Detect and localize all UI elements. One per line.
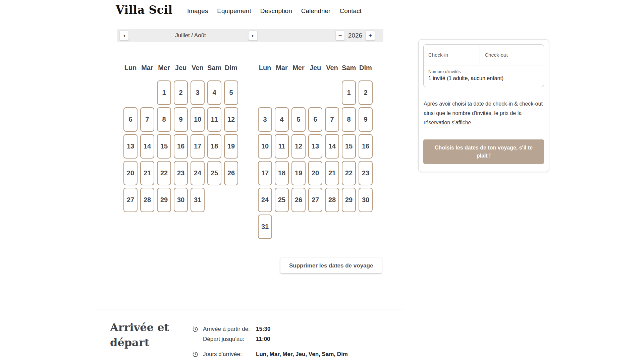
calendar-day[interactable]: 20 bbox=[308, 161, 322, 185]
calendar-day[interactable]: 13 bbox=[308, 134, 322, 159]
calendar-day[interactable]: 19 bbox=[224, 134, 238, 159]
calendar-day[interactable]: 12 bbox=[291, 134, 306, 159]
calendar-day[interactable]: 10 bbox=[258, 134, 272, 159]
calendar-day[interactable]: 10 bbox=[191, 107, 205, 132]
calendar-day[interactable]: 27 bbox=[123, 188, 138, 212]
calendar-day[interactable]: 17 bbox=[191, 134, 205, 159]
calendar-day[interactable]: 9 bbox=[174, 107, 188, 132]
calendar-day[interactable]: 12 bbox=[224, 107, 238, 132]
section-divider bbox=[96, 309, 403, 309]
calendar-day[interactable]: 2 bbox=[174, 80, 188, 105]
calendar-day[interactable]: 7 bbox=[140, 107, 154, 132]
year-decrement-button[interactable]: − bbox=[335, 31, 345, 41]
calendar-day[interactable]: 23 bbox=[174, 161, 188, 185]
checkout-placeholder: Check-out bbox=[485, 52, 507, 58]
main-nav: Images Équipement Description Calendrier… bbox=[187, 0, 362, 22]
booking-panel: Check-in Check-out Nombre d'invités 1 in… bbox=[418, 39, 549, 172]
site-logo[interactable]: Villa Scil bbox=[116, 3, 173, 16]
calendar-day[interactable]: 4 bbox=[207, 80, 221, 105]
calendar-day[interactable]: 30 bbox=[359, 188, 373, 212]
calendar-day[interactable]: 8 bbox=[157, 107, 171, 132]
calendar-day[interactable]: 4 bbox=[275, 107, 289, 132]
calendar-day[interactable]: 21 bbox=[325, 161, 339, 185]
calendar-day[interactable]: 29 bbox=[157, 188, 171, 212]
checkin-field[interactable]: Check-in bbox=[424, 45, 480, 65]
nav-description[interactable]: Description bbox=[260, 7, 292, 15]
calendar-day[interactable]: 15 bbox=[342, 134, 356, 159]
calendar-day[interactable]: 31 bbox=[258, 215, 272, 239]
clear-dates-button[interactable]: Supprimer les dates de voyage bbox=[280, 258, 382, 273]
day-of-week-header: Mar bbox=[140, 64, 154, 72]
calendar-day[interactable]: 6 bbox=[308, 107, 322, 132]
calendar-day[interactable]: 31 bbox=[191, 188, 205, 212]
nav-equipement[interactable]: Équipement bbox=[217, 7, 251, 15]
nav-contact[interactable]: Contact bbox=[339, 7, 361, 15]
calendar-day[interactable]: 25 bbox=[275, 188, 289, 212]
calendar-day[interactable]: 9 bbox=[359, 107, 373, 132]
day-of-week-header: Jeu bbox=[308, 64, 322, 72]
calendar-day[interactable]: 28 bbox=[140, 188, 154, 212]
checkout-field[interactable]: Check-out bbox=[480, 45, 544, 65]
calendar-day[interactable]: 21 bbox=[140, 161, 154, 185]
calendar-day[interactable]: 3 bbox=[258, 107, 272, 132]
arrival-time-label: Arrivée à partir de: bbox=[203, 324, 256, 334]
calendar-day[interactable]: 15 bbox=[157, 134, 171, 159]
next-month-button[interactable]: ▸ bbox=[248, 31, 258, 41]
departure-time-row: Départ jusqu'au: 11:00 bbox=[203, 334, 270, 344]
calendar-day[interactable]: 24 bbox=[258, 188, 272, 212]
calendar-day[interactable]: 14 bbox=[140, 134, 154, 159]
day-of-week-header: Jeu bbox=[174, 64, 188, 72]
calendar-day[interactable]: 16 bbox=[359, 134, 373, 159]
calendar-day[interactable]: 16 bbox=[174, 134, 188, 159]
year-increment-button[interactable]: + bbox=[366, 31, 375, 41]
calendar-day[interactable]: 18 bbox=[207, 134, 221, 159]
calendar-day[interactable]: 30 bbox=[174, 188, 188, 212]
calendar-day[interactable]: 26 bbox=[291, 188, 306, 212]
arrival-info: Arrivée à partir de: 15:30 Départ jusqu'… bbox=[192, 324, 348, 362]
calendar-day[interactable]: 5 bbox=[224, 80, 238, 105]
nav-calendrier[interactable]: Calendrier bbox=[301, 7, 331, 15]
guests-label: Nombre d'invités bbox=[428, 69, 539, 74]
calendar-day[interactable]: 5 bbox=[291, 107, 306, 132]
calendar-day[interactable]: 3 bbox=[191, 80, 205, 105]
day-of-week-header: Ven bbox=[191, 64, 205, 72]
calendar-day[interactable]: 7 bbox=[325, 107, 339, 132]
calendar-day[interactable]: 25 bbox=[207, 161, 221, 185]
booking-fields: Check-in Check-out Nombre d'invités 1 in… bbox=[423, 44, 544, 87]
page: Villa Scil Images Équipement Description… bbox=[0, 0, 644, 362]
calendar-day[interactable]: 19 bbox=[291, 161, 306, 185]
calendar-day[interactable]: 8 bbox=[342, 107, 356, 132]
arrival-time-row: Arrivée à partir de: 15:30 bbox=[203, 324, 270, 334]
calendar-day[interactable]: 29 bbox=[342, 188, 356, 212]
calendar-day[interactable]: 2 bbox=[359, 80, 373, 105]
departure-days-value: Lun, Mar, Mer, Jeu, Ven, Sam, Dim bbox=[256, 359, 348, 362]
days-group: Jours d'arrivée: Lun, Mar, Mer, Jeu, Ven… bbox=[192, 349, 348, 362]
calendar-day[interactable]: 6 bbox=[123, 107, 138, 132]
calendar-day[interactable]: 27 bbox=[308, 188, 322, 212]
calendar-day[interactable]: 24 bbox=[191, 161, 205, 185]
calendar-day[interactable]: 22 bbox=[157, 161, 171, 185]
choose-dates-button[interactable]: Choisis les dates de ton voyage, s'il te… bbox=[423, 139, 544, 164]
calendar-day[interactable]: 23 bbox=[359, 161, 373, 185]
calendar-day[interactable]: 28 bbox=[325, 188, 339, 212]
calendar-day[interactable]: 22 bbox=[342, 161, 356, 185]
calendar-day[interactable]: 14 bbox=[325, 134, 339, 159]
day-of-week-header: Lun bbox=[123, 64, 138, 72]
calendar-day[interactable]: 1 bbox=[157, 80, 171, 105]
calendar-day[interactable]: 11 bbox=[275, 134, 289, 159]
site-header: Villa Scil Images Équipement Description… bbox=[0, 0, 644, 22]
calendar-day[interactable]: 13 bbox=[123, 134, 138, 159]
calendar-day[interactable]: 18 bbox=[275, 161, 289, 185]
calendar-day[interactable]: 20 bbox=[123, 161, 138, 185]
calendar-day[interactable]: 26 bbox=[224, 161, 238, 185]
calendar-day[interactable]: 1 bbox=[342, 80, 356, 105]
guests-field[interactable]: Nombre d'invités 1 invité (1 adulte, auc… bbox=[424, 65, 544, 87]
weekday-header-row-right: LunMarMerJeuVenSamDim bbox=[258, 64, 373, 72]
year-stepper: − 2026 + bbox=[335, 31, 375, 41]
calendar-day[interactable]: 17 bbox=[258, 161, 272, 185]
calendar-day[interactable]: 11 bbox=[207, 107, 221, 132]
day-of-week-header: Sam bbox=[342, 64, 356, 72]
day-of-week-header: Sam bbox=[207, 64, 221, 72]
nav-images[interactable]: Images bbox=[187, 7, 208, 15]
prev-month-button[interactable]: ◂ bbox=[119, 31, 129, 41]
